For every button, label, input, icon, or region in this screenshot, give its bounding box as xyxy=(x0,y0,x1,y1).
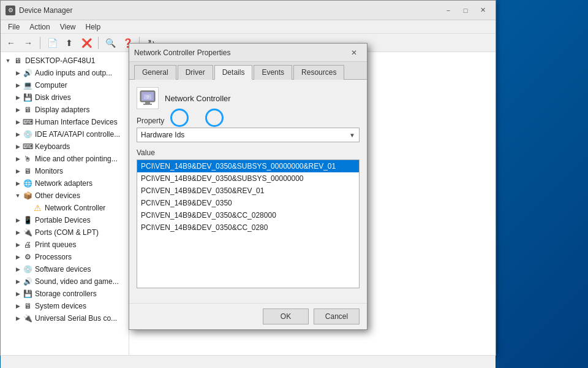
tab-events[interactable]: Events xyxy=(254,65,292,80)
tab-driver[interactable]: Driver xyxy=(178,65,213,80)
svg-text:?: ? xyxy=(146,94,149,100)
modal-tabs: General Driver Details Events Resources xyxy=(129,62,367,80)
ok-button[interactable]: OK xyxy=(263,309,309,324)
tab-general[interactable]: General xyxy=(134,65,176,80)
dropdown-arrow-icon: ▼ xyxy=(349,132,355,139)
modal-device-header: ? Network Controller xyxy=(137,87,360,109)
network-controller-properties-dialog: Network Controller Properties ✕ General … xyxy=(129,43,368,330)
modal-titlebar: Network Controller Properties ✕ xyxy=(129,44,367,62)
modal-button-area: OK Cancel xyxy=(129,303,367,329)
svg-rect-2 xyxy=(145,102,150,104)
cancel-button[interactable]: Cancel xyxy=(314,309,360,324)
modal-values-listbox[interactable]: PCI\VEN_14B9&DEV_0350&SUBSYS_00000000&RE… xyxy=(137,159,360,288)
list-item-3[interactable]: PCI\VEN_14B9&DEV_0350 xyxy=(137,197,359,209)
tab-details[interactable]: Details xyxy=(214,65,253,80)
svg-rect-3 xyxy=(143,104,152,105)
modal-device-name: Network Controller xyxy=(165,94,231,103)
tab-resources[interactable]: Resources xyxy=(293,65,344,80)
modal-property-label: Property xyxy=(137,117,360,125)
modal-device-icon: ? xyxy=(137,87,159,109)
list-item-2[interactable]: PCI\VEN_14B9&DEV_0350&REV_01 xyxy=(137,185,359,197)
modal-dropdown-value: Hardware Ids xyxy=(141,131,349,139)
list-item-0[interactable]: PCI\VEN_14B9&DEV_0350&SUBSYS_00000000&RE… xyxy=(137,160,359,172)
list-item-1[interactable]: PCI\VEN_14B9&DEV_0350&SUBSYS_00000000 xyxy=(137,172,359,185)
modal-overlay: Network Controller Properties ✕ General … xyxy=(0,0,588,368)
list-item-5[interactable]: PCI\VEN_14B9&DEV_0350&CC_0280 xyxy=(137,221,359,234)
modal-close-button[interactable]: ✕ xyxy=(346,47,362,59)
list-item-4[interactable]: PCI\VEN_14B9&DEV_0350&CC_028000 xyxy=(137,209,359,221)
modal-content-area: ? Network Controller Property Hardware I… xyxy=(129,80,367,303)
modal-title: Network Controller Properties xyxy=(134,48,346,57)
modal-property-dropdown[interactable]: Hardware Ids ▼ xyxy=(137,128,360,142)
modal-value-label: Value xyxy=(137,148,360,157)
